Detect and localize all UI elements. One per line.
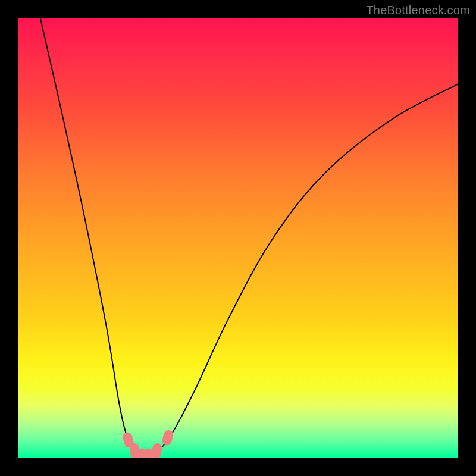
chart-frame: TheBottleneck.com xyxy=(0,0,476,476)
highlight-dot xyxy=(143,448,153,458)
chart-svg xyxy=(18,18,458,458)
plot-area xyxy=(18,18,458,458)
bottleneck-curve xyxy=(40,18,458,458)
highlight-dot xyxy=(151,443,163,458)
highlight-dots xyxy=(121,429,174,458)
bottleneck-curve-path xyxy=(40,18,458,458)
watermark-text: TheBottleneck.com xyxy=(366,4,470,17)
